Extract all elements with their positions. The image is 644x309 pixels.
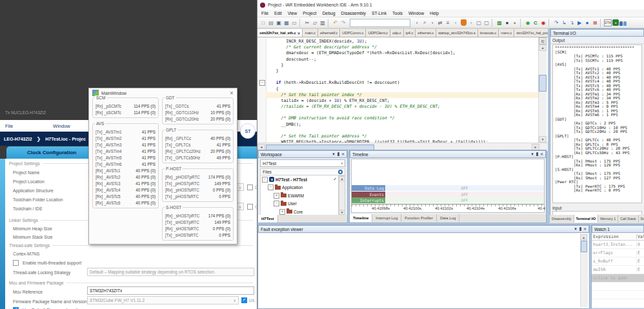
save-all-icon[interactable]: ▦ <box>283 19 290 27</box>
swap-icon[interactable]: ⇄ <box>436 19 444 27</box>
breadcrumb-board[interactable]: LEO-H743ZI2 <box>4 137 32 141</box>
watch-row-errFlags[interactable]: errFlagsE <box>592 249 644 257</box>
cut-icon[interactable]: ✂ <box>303 19 311 27</box>
editor-tab-ethernetif-c[interactable]: ethernetif.c <box>318 29 340 37</box>
editor-tab-startup-stm32h743xx-s[interactable]: startup_stm32h743xx.s <box>436 29 478 37</box>
breadcrumb-project[interactable]: H7Test.ioc - Projec <box>45 137 86 141</box>
fault-viewer-header[interactable]: Fault exception viewer ▼ ✕ <box>258 225 589 233</box>
save-icon[interactable]: ▣ <box>275 19 283 27</box>
workspace-config-select[interactable]: H7Test ▾ <box>260 159 345 167</box>
timeline-track-data-log[interactable]: Data LogOFF <box>352 185 544 191</box>
watch-row-dwISR[interactable]: dwISRE <box>592 266 644 274</box>
editor-tab-stm32h7xx-hal-eth-c[interactable]: stm32h7xx_hal_eth.c✕ <box>257 29 303 37</box>
menu-st-link[interactable]: ST-Link <box>372 11 387 15</box>
frame-prev-icon[interactable]: ▢ <box>475 19 483 27</box>
expand-icon[interactable]: + <box>279 209 285 215</box>
editor-tab-udp-c[interactable]: udp.c <box>390 29 404 37</box>
timeline-header[interactable]: Timeline ▼ ✕ <box>350 150 546 158</box>
tree-item-application[interactable]: −Application <box>261 184 338 192</box>
timeline-track-events[interactable]: EventsOFF <box>352 192 544 197</box>
setting-enable-multi-threaded-support[interactable]: Enable multi-threaded support <box>9 260 253 266</box>
tree-item-ewarm[interactable]: +EWARM <box>261 192 338 200</box>
collapse-icon[interactable]: − <box>274 201 279 206</box>
menu-project[interactable]: Project <box>303 11 316 15</box>
timeline-track-interrupts[interactable]: InterruptsOFF <box>352 197 544 203</box>
scroll-up-icon[interactable]: ▲ <box>580 234 587 240</box>
copy-icon[interactable]: ▱ <box>311 19 319 27</box>
paste-icon[interactable]: ▥ <box>319 19 327 27</box>
watch-empty-row[interactable] <box>592 308 644 308</box>
editor-gutter[interactable]: − <box>257 37 267 143</box>
timeline-tab-data-log[interactable]: Data Log <box>437 214 459 222</box>
dropdown-icon[interactable]: ▼ <box>332 152 336 156</box>
fold-collapse-icon[interactable]: − <box>259 80 265 86</box>
watch-empty-row[interactable] <box>592 291 644 299</box>
editor-tab-mem-c[interactable]: mem.c <box>499 29 514 37</box>
shield-icon[interactable] <box>459 19 467 27</box>
close-icon[interactable]: ✕ <box>540 152 543 156</box>
timeline-tab-timeline[interactable]: Timeline <box>350 214 372 222</box>
scrollbar-thumb[interactable] <box>539 75 547 92</box>
pin-icon[interactable] <box>337 152 339 156</box>
dock-tab-call-stack[interactable]: Call Stack <box>618 215 638 223</box>
menu-file[interactable]: File <box>261 11 268 15</box>
workspace-header[interactable]: Workspace ▼ ✕ <box>258 150 347 158</box>
watch-column-headers[interactable]: Expression Value <box>592 233 644 241</box>
workspace-scrollbar[interactable]: ▲ ▼ <box>339 175 345 215</box>
dropdown-icon[interactable]: ▼ <box>530 152 534 156</box>
editor-tab-ip4-c[interactable]: ip4.c <box>404 29 416 37</box>
fault-viewer-scrollbar[interactable]: ▲ <box>580 234 588 307</box>
dock-tab-disassembly[interactable]: Disassembly <box>550 215 574 223</box>
menu-view[interactable]: View <box>288 11 297 15</box>
scroll-up-icon[interactable]: ▲ <box>339 176 345 181</box>
watch-row-s-RxBuff[interactable]: s_RxBuffE <box>592 257 644 266</box>
files-column-header[interactable]: Files <box>260 168 345 175</box>
run-to-cursor-icon[interactable]: ▶ <box>576 19 583 27</box>
timeline-tab-function-profiler[interactable]: Function Profiler <box>401 214 437 222</box>
close-icon[interactable]: ✕ <box>583 227 587 231</box>
menu-edit[interactable]: Edit <box>274 11 282 15</box>
editor-tab-main-c[interactable]: main.c <box>303 29 317 37</box>
open-file-icon[interactable]: ▤ <box>267 19 275 27</box>
watch-empty-row[interactable] <box>592 299 644 308</box>
stop-debug-icon[interactable]: ◉ <box>539 19 547 27</box>
tree-item-h7test-h7test[interactable]: −H7Test - H7Test✓ <box>261 175 338 184</box>
close-icon[interactable]: ✕ <box>341 152 345 156</box>
editor-tab-UDPComm-c[interactable]: UDPComm.c <box>340 29 366 37</box>
break-icon[interactable]: ⊠ <box>591 19 599 27</box>
dock-tab-stack[interactable]: Stack <box>639 215 644 223</box>
scrollbar-thumb[interactable] <box>581 241 587 252</box>
editor-tab-ethernet-c[interactable]: ethernet.c <box>416 29 436 37</box>
swo-icon[interactable]: ● <box>612 19 619 27</box>
undo-icon[interactable]: ↶ <box>332 19 339 27</box>
workspace-bottom-tab[interactable]: H7Test <box>258 215 278 223</box>
menu-tools[interactable]: Tools <box>392 11 403 15</box>
tree-item-user[interactable]: −User <box>261 200 338 208</box>
bookmark-list-icon[interactable]: ≡ <box>444 19 452 27</box>
print-icon[interactable]: ▭ <box>290 19 298 27</box>
menu-window[interactable]: Window <box>53 123 70 129</box>
mainwindow-titlebar[interactable]: MainWindow ✕ <box>89 88 237 97</box>
dock-tab-memory-1[interactable]: Memory 1 <box>598 215 618 223</box>
step-into-icon[interactable]: ↳ <box>560 19 568 27</box>
menu-file[interactable]: File <box>5 123 13 129</box>
pin-icon[interactable] <box>579 227 581 231</box>
make-icon[interactable]: ▩ <box>496 19 503 27</box>
close-icon[interactable]: ✕ <box>230 90 234 96</box>
function-list-button[interactable]: f() <box>539 37 547 45</box>
find-next-icon[interactable]: › <box>428 19 436 27</box>
menu-help[interactable]: Help <box>430 11 439 15</box>
frame-next-icon[interactable]: ▢ <box>483 19 490 27</box>
people-icon[interactable] <box>619 19 627 27</box>
scroll-down-icon[interactable]: ▼ <box>539 136 547 143</box>
pin-icon[interactable] <box>536 152 538 156</box>
gear-icon[interactable] <box>338 170 343 174</box>
nav-forward-icon[interactable]: › <box>467 19 475 27</box>
editor-tab-UDPClient-c[interactable]: UDPClient.c <box>366 29 390 37</box>
toolbar-search-input[interactable] <box>350 19 410 27</box>
scroll-down-icon[interactable]: ▼ <box>339 210 345 215</box>
dropdown-icon[interactable]: ▼ <box>574 227 578 231</box>
watch-header[interactable]: Watch 1 <box>592 225 644 233</box>
iar-titlebar[interactable]: Project - IAR Embedded Workbench IDE - A… <box>257 0 644 10</box>
toggle-breakpoint-icon[interactable]: ● <box>503 19 511 27</box>
